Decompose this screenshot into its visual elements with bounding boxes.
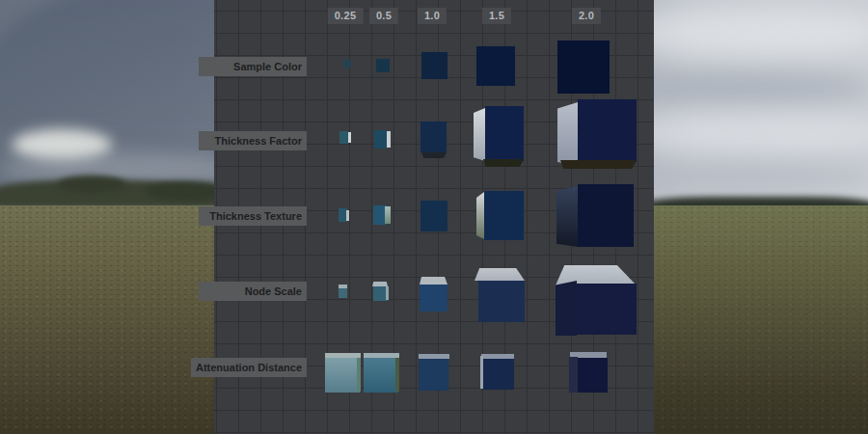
column-header-0.25: 0.25 xyxy=(328,8,364,24)
cube-face-front xyxy=(339,131,348,144)
cube-face-top xyxy=(420,277,448,285)
cloud xyxy=(617,6,868,60)
cube-face-front xyxy=(419,359,448,391)
cube-face-front xyxy=(364,358,398,393)
cube-face-front xyxy=(420,122,447,152)
cube-face-top xyxy=(475,268,525,281)
row-label-thickness-factor: Thickness Factor xyxy=(199,131,307,150)
cube-face-front xyxy=(484,191,524,240)
cube-face-front xyxy=(376,59,390,72)
cube-face-left xyxy=(474,108,485,161)
cube-face-right xyxy=(387,131,391,148)
cube-face-right xyxy=(395,358,399,392)
row-label-attenuation-distance: Attenuation Distance xyxy=(191,358,307,377)
column-header-1.5: 1.5 xyxy=(482,8,511,24)
cube-face-front xyxy=(557,41,610,94)
cube-face-left xyxy=(476,192,484,239)
cube-face-front xyxy=(478,281,525,322)
row-label-node-scale: Node Scale xyxy=(199,282,307,301)
row-label-sample-color: Sample Color xyxy=(199,57,307,76)
cube-face-right xyxy=(386,286,389,300)
cube-face-front xyxy=(420,285,448,312)
cube-face-right xyxy=(357,358,361,392)
cube-face-left xyxy=(557,102,578,166)
cube-face-bottom xyxy=(560,160,637,169)
cube-face-bottom xyxy=(483,159,524,167)
cube-face-front xyxy=(578,184,634,247)
cube-face-left xyxy=(569,357,578,393)
cube-face-front xyxy=(578,358,608,393)
cube-face-left xyxy=(556,186,578,247)
cloud xyxy=(637,162,868,191)
cube-face-front xyxy=(577,284,637,335)
cube-face-front xyxy=(325,358,360,393)
cube-face-front xyxy=(578,99,637,162)
cube-face-front xyxy=(421,52,448,79)
treeline xyxy=(58,176,125,193)
cube-face-right xyxy=(348,132,351,143)
column-header-2.0: 2.0 xyxy=(572,8,601,24)
row-label-thickness-texture: Thickness Texture xyxy=(199,206,307,226)
cube-face-right xyxy=(385,206,391,224)
cube-face-front xyxy=(339,288,347,298)
cube-face-left xyxy=(556,281,577,336)
cube-face-front xyxy=(485,106,524,161)
cube-face-bottom xyxy=(421,152,447,158)
cube-face-front xyxy=(420,201,448,231)
cube-face-front xyxy=(343,60,351,68)
cube-face-front xyxy=(483,359,514,390)
cloud xyxy=(627,71,868,104)
column-header-0.5: 0.5 xyxy=(369,8,398,24)
3d-viewer-canvas[interactable]: 0.250.51.01.52.0Sample ColorThickness Fa… xyxy=(0,0,868,434)
grass-ground xyxy=(637,205,868,434)
cube-face-right xyxy=(346,210,349,221)
cube-face-front xyxy=(476,46,515,86)
column-header-1.0: 1.0 xyxy=(418,8,447,24)
cube-face-front xyxy=(374,130,387,149)
